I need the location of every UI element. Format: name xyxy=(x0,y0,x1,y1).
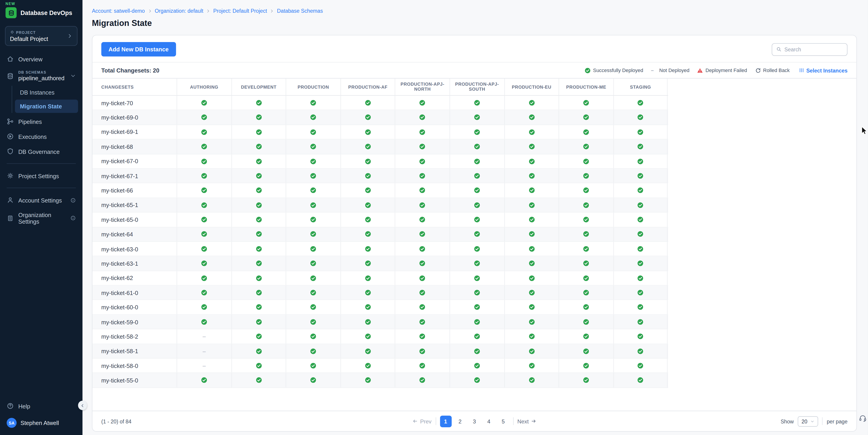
prev-page-button[interactable]: Prev xyxy=(412,418,432,424)
check-circle-icon xyxy=(638,216,644,223)
info-icon xyxy=(70,197,76,203)
sidebar-item-overview[interactable]: Overview xyxy=(0,51,83,66)
select-instances-label: Select Instances xyxy=(806,67,847,73)
check-circle-icon xyxy=(201,99,207,106)
check-circle-icon xyxy=(638,348,644,354)
status-deployed xyxy=(231,300,286,314)
sidebar: NEW Database DevOps PROJECT Default Proj… xyxy=(0,0,83,435)
page-button-5[interactable]: 5 xyxy=(497,415,509,427)
sidebar-header: NEW Database DevOps xyxy=(0,0,83,23)
status-deployed xyxy=(395,271,450,285)
check-circle-icon xyxy=(201,202,207,208)
check-circle-icon xyxy=(529,99,535,106)
check-circle-icon xyxy=(583,289,589,296)
add-db-instance-button[interactable]: Add New DB Instance xyxy=(101,42,176,56)
status-deployed xyxy=(286,111,340,125)
status-deployed xyxy=(613,183,668,197)
status-deployed xyxy=(177,227,231,241)
divider xyxy=(435,417,436,425)
arrow-left-icon xyxy=(412,418,418,424)
page-button-1[interactable]: 1 xyxy=(440,415,452,427)
search-input[interactable] xyxy=(784,46,843,52)
sidebar-item-pipelines[interactable]: Pipelines xyxy=(0,114,83,129)
project-selector[interactable]: PROJECT Default Project xyxy=(5,26,78,46)
per-page-select[interactable]: 20 xyxy=(798,416,818,426)
user-menu[interactable]: SA Stephen Atwell xyxy=(0,413,83,435)
column-header: CHANGESETS xyxy=(92,79,177,95)
status-deployed xyxy=(450,96,504,110)
check-circle-icon xyxy=(638,99,644,106)
status-deployed xyxy=(231,286,286,300)
status-deployed xyxy=(559,125,613,139)
check-circle-icon xyxy=(529,216,535,223)
migration-table: CHANGESETSAUTHORINGDEVELOPMENTPRODUCTION… xyxy=(92,79,668,388)
sidebar-collapse-button[interactable] xyxy=(78,401,87,410)
sidebar-item-help[interactable]: Help xyxy=(0,398,83,413)
check-circle-icon xyxy=(256,289,262,296)
check-circle-icon xyxy=(529,275,535,281)
table-row: my-ticket-68 xyxy=(92,139,668,154)
status-deployed xyxy=(395,227,450,241)
check-circle-icon xyxy=(310,246,316,252)
table-row: my-ticket-66 xyxy=(92,183,668,198)
breadcrumb-link[interactable]: Account: satwell-demo xyxy=(92,8,145,14)
check-circle-icon xyxy=(310,289,316,296)
sidebar-item-project-settings[interactable]: Project Settings xyxy=(0,168,83,183)
support-widget-icon[interactable] xyxy=(859,414,867,422)
status-deployed xyxy=(340,286,395,300)
sidebar-item-executions[interactable]: Executions xyxy=(0,129,83,144)
dash-icon: – xyxy=(203,333,206,340)
status-not-deployed: – xyxy=(177,329,231,343)
sidebar-item-db-schemas[interactable]: DB SCHEMAS pipeline_authored xyxy=(0,66,83,85)
status-deployed xyxy=(613,96,668,110)
breadcrumb-link[interactable]: Organization: default xyxy=(155,8,204,14)
breadcrumb-link[interactable]: Database Schemas xyxy=(277,8,323,14)
check-circle-icon xyxy=(365,144,371,150)
status-deployed xyxy=(613,256,668,271)
check-circle-icon xyxy=(529,333,535,340)
status-deployed xyxy=(340,154,395,168)
apps-grid-icon[interactable] xyxy=(76,9,77,16)
check-circle-icon xyxy=(201,216,207,223)
check-circle-icon xyxy=(529,289,535,296)
check-circle-icon xyxy=(529,260,535,267)
check-circle-icon xyxy=(201,275,207,281)
check-circle-icon xyxy=(256,144,262,150)
changeset-name: my-ticket-66 xyxy=(92,183,177,197)
check-circle-icon xyxy=(365,129,371,135)
next-page-button[interactable]: Next xyxy=(517,418,536,424)
sidebar-item-migration-state[interactable]: Migration State xyxy=(15,99,78,113)
page-button-3[interactable]: 3 xyxy=(469,415,480,427)
status-deployed xyxy=(450,242,504,256)
check-circle-icon xyxy=(529,158,535,164)
status-deployed xyxy=(340,344,395,358)
search-box[interactable] xyxy=(772,43,847,56)
check-circle-icon xyxy=(201,260,207,267)
check-circle-icon xyxy=(310,333,316,340)
sidebar-item-db-governance[interactable]: DB Governance xyxy=(0,144,83,159)
status-deployed xyxy=(559,183,613,197)
page-button-2[interactable]: 2 xyxy=(454,415,466,427)
check-circle-icon xyxy=(638,231,644,238)
check-circle-icon xyxy=(638,304,644,310)
changeset-name: my-ticket-69-1 xyxy=(92,125,177,139)
check-circle-icon xyxy=(583,158,589,164)
status-deployed xyxy=(177,373,231,387)
status-deployed xyxy=(504,111,559,125)
status-deployed xyxy=(340,300,395,314)
status-deployed xyxy=(559,300,613,314)
status-deployed xyxy=(231,256,286,271)
breadcrumb-link[interactable]: Project: Default Project xyxy=(213,8,267,14)
status-deployed xyxy=(504,213,559,226)
page-button-4[interactable]: 4 xyxy=(483,415,495,427)
select-instances-button[interactable]: Select Instances xyxy=(799,67,847,73)
column-header: DEVELOPMENT xyxy=(231,79,286,95)
status-deployed xyxy=(340,198,395,212)
sidebar-item-db-instances[interactable]: DB Instances xyxy=(15,86,78,99)
status-deployed xyxy=(177,213,231,226)
sidebar-item-account-settings[interactable]: Account Settings xyxy=(0,192,83,208)
sidebar-item-organization-settings[interactable]: Organization Settings xyxy=(0,208,83,229)
column-header: PRODUCTION xyxy=(286,79,340,95)
status-deployed xyxy=(559,344,613,358)
status-deployed xyxy=(613,227,668,241)
